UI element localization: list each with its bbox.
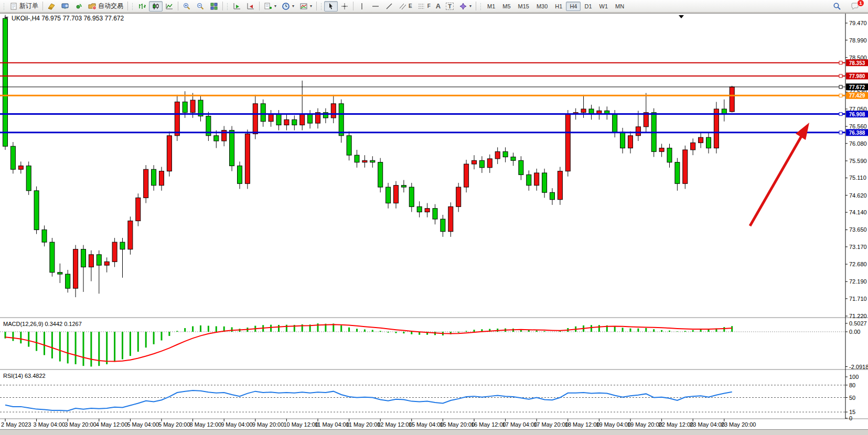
- candle-up: [331, 104, 336, 118]
- date-axis-label: 9 May 04:00: [221, 421, 253, 428]
- zoom-out-button[interactable]: [194, 1, 207, 12]
- chart-shift-marker[interactable]: [679, 15, 684, 18]
- arrows-tool-button[interactable]: ▾: [456, 1, 474, 12]
- periods-button[interactable]: ▾: [279, 1, 297, 12]
- candle-up: [73, 249, 78, 289]
- timeframe-m30-button[interactable]: M30: [533, 2, 551, 11]
- timeframe-m15-button[interactable]: M15: [515, 2, 533, 11]
- indicators-button[interactable]: ▾: [261, 1, 279, 12]
- macd-axis-label: -2.0918: [849, 364, 868, 370]
- timeframe-mn-button[interactable]: MN: [612, 2, 628, 11]
- candle-up: [714, 109, 719, 148]
- chart-canvas[interactable]: 79.47078.99078.50078.01077.53077.05076.5…: [0, 14, 868, 429]
- candle-up: [269, 114, 273, 122]
- text-tool-button[interactable]: A: [433, 1, 443, 12]
- templates-button[interactable]: ▾: [297, 1, 315, 12]
- candle-up: [636, 127, 640, 136]
- candle-down: [378, 162, 383, 187]
- date-axis-label: 3 May 04:00: [34, 421, 66, 428]
- timeframe-d1-button[interactable]: D1: [581, 2, 595, 11]
- candle-up: [190, 100, 195, 113]
- tile-windows-button[interactable]: [207, 1, 221, 12]
- macd-axis-label: 0.5027: [849, 320, 867, 327]
- candlestick-chart-icon: [152, 2, 160, 10]
- notifications-button[interactable]: 1: [848, 1, 862, 12]
- chart-shift-button[interactable]: [244, 1, 258, 12]
- horizontal-line-tool-button[interactable]: [369, 1, 382, 12]
- date-axis-label: 18 May 12:00: [565, 421, 600, 428]
- candle-down: [261, 104, 265, 122]
- search-button[interactable]: [830, 1, 844, 12]
- candle-up: [362, 160, 367, 162]
- toolbar-grip[interactable]: [226, 2, 229, 10]
- price-axis-label: 79.470: [849, 20, 867, 26]
- new-order-button[interactable]: 新订单: [7, 1, 41, 12]
- equidistant-channel-icon: [399, 2, 407, 10]
- cursor-tool-button[interactable]: [324, 1, 338, 12]
- timeframe-h1-button[interactable]: H1: [551, 2, 566, 11]
- zoom-in-icon: [183, 2, 191, 10]
- candle-down: [386, 187, 391, 203]
- candle-up: [495, 151, 500, 159]
- candle-up: [112, 242, 117, 262]
- candle-down: [441, 219, 445, 232]
- text-label-tool-button[interactable]: T: [443, 1, 456, 12]
- bar-chart-icon: [138, 2, 146, 10]
- toolbar-grip[interactable]: [3, 2, 5, 10]
- fibonacci-tool-button[interactable]: F: [415, 1, 433, 12]
- market-watch-button[interactable]: [45, 1, 58, 12]
- timeframe-m5-button[interactable]: M5: [499, 2, 514, 11]
- text-label-icon: T: [446, 3, 454, 10]
- date-axis-label: 11 May 04:00: [315, 421, 349, 428]
- vertical-line-tool-button[interactable]: [355, 1, 369, 12]
- toolbar-grip[interactable]: [320, 2, 323, 10]
- autotrade-label: 自动交易: [98, 2, 123, 10]
- line-chart-button[interactable]: [163, 1, 176, 12]
- date-axis-label: 17 May 04:00: [502, 421, 538, 428]
- fibonacci-icon: [417, 2, 426, 10]
- line-chart-icon: [165, 2, 174, 10]
- trendline-tool-button[interactable]: [382, 1, 396, 12]
- channel-letter: E: [409, 3, 412, 9]
- trend-arrow-head[interactable]: [796, 123, 809, 140]
- candle-up: [699, 137, 703, 143]
- zoom-in-button[interactable]: [180, 1, 194, 12]
- date-axis-label: 19 May 04:00: [596, 421, 631, 428]
- candle-up: [144, 169, 148, 198]
- timeframe-h4-button[interactable]: H4: [566, 2, 581, 11]
- candle-down: [66, 274, 70, 288]
- candle-down: [120, 242, 125, 249]
- auto-scroll-button[interactable]: [230, 1, 244, 12]
- date-axis-label: 11 May 20:00: [346, 421, 381, 428]
- candlestick-chart-button[interactable]: [149, 1, 163, 12]
- chart-shift-icon: [247, 2, 255, 10]
- chevron-down-icon: ▾: [469, 4, 471, 8]
- text-tool-icon: A: [436, 2, 441, 10]
- toolbar-grip[interactable]: [479, 2, 482, 10]
- autotrade-button[interactable]: 自动交易: [85, 1, 126, 12]
- date-axis-label: 23 May 04:00: [690, 421, 725, 428]
- candle-down: [50, 242, 55, 273]
- new-order-label: 新订单: [19, 2, 38, 10]
- candle-down: [347, 136, 351, 155]
- timeframe-w1-button[interactable]: W1: [596, 2, 612, 11]
- bar-chart-button[interactable]: [135, 1, 149, 12]
- data-window-button[interactable]: [58, 1, 72, 12]
- candle-up: [394, 186, 399, 203]
- crosshair-tool-button[interactable]: [338, 1, 351, 12]
- book-icon: [47, 2, 56, 10]
- price-badge-label: 77.672: [849, 84, 865, 90]
- price-axis-label: 73.650: [849, 226, 867, 233]
- trend-arrow-shaft[interactable]: [750, 136, 801, 226]
- clock-icon: [282, 2, 290, 10]
- candle-up: [472, 160, 477, 164]
- timeframe-m1-button[interactable]: M1: [484, 2, 499, 11]
- date-axis-label: 9 May 20:00: [252, 421, 284, 428]
- rsi-axis-label: 100: [849, 374, 859, 380]
- toolbar-grip[interactable]: [131, 2, 134, 10]
- candle-up: [425, 209, 430, 212]
- navigator-button[interactable]: [72, 1, 85, 12]
- channel-tool-button[interactable]: E: [396, 1, 415, 12]
- candle-down: [183, 102, 187, 112]
- date-axis-label: 12 May 12:00: [377, 421, 412, 428]
